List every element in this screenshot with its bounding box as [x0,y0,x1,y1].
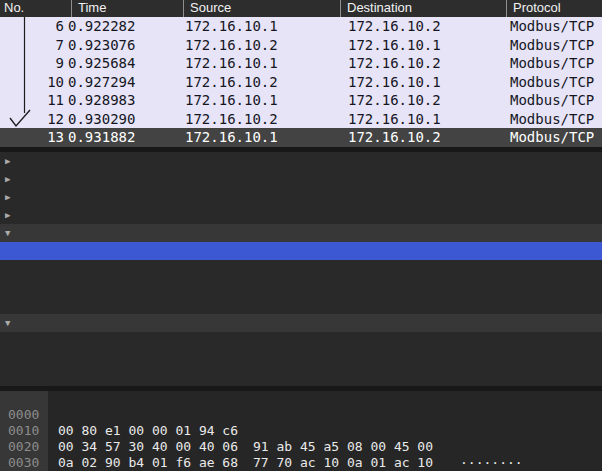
packet-rows: 6 0.922282 172.16.10.1 172.16.10.2 Modbu… [0,17,602,147]
detail-row-frame[interactable]: ▶ Frame 13: 66 bytes on wire (528 bits),… [0,152,602,170]
packet-time: 0.925684 [68,54,135,73]
column-header-source[interactable]: Source [183,0,231,17]
packet-list-pane: No. Time Source Destination Protocol 6 0… [0,0,602,147]
packet-row[interactable]: 9 0.925684 172.16.10.1 172.16.10.2 Modbu… [0,54,602,73]
expand-arrow-icon[interactable]: ▶ [5,206,21,224]
packet-no: 12 [0,110,64,129]
packet-destination: 172.16.10.2 [348,128,441,147]
packet-protocol: Modbus/TCP [510,128,594,147]
packet-destination: 172.16.10.2 [348,91,441,110]
detail-row-reference-number[interactable]: Reference Number: 4001 [0,350,602,368]
hex-row[interactable]: 0010 00 34 57 30 40 00 40 06 77 70 ac 10… [0,407,602,423]
packet-row[interactable]: 7 0.923076 172.16.10.2 172.16.10.1 Modbu… [0,36,602,55]
packet-row[interactable]: 6 0.922282 172.16.10.1 172.16.10.2 Modbu… [0,17,602,36]
packet-no: 7 [0,36,64,55]
detail-row-length[interactable]: Length: 6 [0,278,602,296]
packet-source: 172.16.10.2 [185,110,278,129]
packet-protocol: Modbus/TCP [510,73,594,92]
packet-source: 172.16.10.1 [185,91,278,110]
packet-protocol: Modbus/TCP [510,17,594,36]
column-header-protocol[interactable]: Protocol [506,0,561,17]
packet-time: 0.928983 [68,91,135,110]
packet-row-selected[interactable]: 13 0.931882 172.16.10.1 172.16.10.2 Modb… [0,128,602,147]
packet-no: 9 [0,54,64,73]
hex-row[interactable]: 0000 00 80 e1 00 00 01 94 c6 91 ab 45 a5… [0,391,602,407]
column-header-no[interactable]: No. [4,0,24,17]
detail-row-ip[interactable]: ▶ Internet Protocol Version 4, Src: 172.… [0,188,602,206]
detail-row-ethernet[interactable]: ▶ Ethernet II, Src: EliteGro_ab:45:a5 (9… [0,170,602,188]
packet-no: 10 [0,73,64,92]
expand-arrow-icon[interactable]: ▶ [5,152,21,170]
packet-protocol: Modbus/TCP [510,36,594,55]
packet-time: 0.930290 [68,110,135,129]
packet-source: 172.16.10.1 [185,17,278,36]
collapse-arrow-icon[interactable]: ▼ [5,314,21,332]
hex-row[interactable]: 0040 00 01 ·· [0,455,602,471]
packet-source: 172.16.10.1 [185,128,278,147]
detail-row-function-code[interactable]: .000 0110 = Function Code: Write Single … [0,332,602,350]
packet-protocol: Modbus/TCP [510,110,594,129]
packet-no: 13 [0,128,64,147]
packet-time: 0.923076 [68,36,135,55]
packet-time: 0.931882 [68,128,135,147]
detail-row-protocol-identifier[interactable]: Protocol Identifier: 0 [0,260,602,278]
packet-row[interactable]: 11 0.928983 172.16.10.1 172.16.10.2 Modb… [0,91,602,110]
packet-destination: 172.16.10.1 [348,110,441,129]
packet-source: 172.16.10.1 [185,54,278,73]
detail-row-data[interactable]: Data: 0001 [0,368,602,386]
packet-destination: 172.16.10.2 [348,54,441,73]
detail-row-modbus[interactable]: ▼ Modbus [0,314,602,332]
detail-row-unit-identifier[interactable]: Unit Identifier: 1 [0,296,602,314]
detail-row-tcp[interactable]: ▶ Transmission Control Protocol, Src Por… [0,206,602,224]
packet-protocol: Modbus/TCP [510,54,594,73]
packet-details-pane: ▶ Frame 13: 66 bytes on wire (528 bits),… [0,152,602,386]
expand-arrow-icon[interactable]: ▶ [5,188,21,206]
packet-list-header: No. Time Source Destination Protocol [0,0,602,17]
packet-destination: 172.16.10.1 [348,73,441,92]
expand-arrow-icon[interactable]: ▶ [5,170,21,188]
column-header-destination[interactable]: Destination [340,0,412,17]
packet-protocol: Modbus/TCP [510,91,594,110]
hex-row[interactable]: 0030 72 10 11 5f 00 00 00 04 00 00 00 06… [0,439,602,455]
packet-source: 172.16.10.2 [185,36,278,55]
packet-no: 11 [0,91,64,110]
packet-source: 172.16.10.2 [185,73,278,92]
detail-row-transaction-identifier-selected[interactable]: Transaction Identifier: 4 [0,242,602,260]
packet-time: 0.927294 [68,73,135,92]
packet-no: 6 [0,17,64,36]
wireshark-capture-window: { "colors": { "selection_blue": "#3c58d3… [0,0,602,471]
packet-destination: 172.16.10.1 [348,36,441,55]
packet-row[interactable]: 12 0.930290 172.16.10.2 172.16.10.1 Modb… [0,110,602,129]
hex-row[interactable]: 0020 0a 02 90 b4 01 f6 ae 68 1e c2 00 00… [0,423,602,439]
hex-dump-pane: 0000 00 80 e1 00 00 01 94 c6 91 ab 45 a5… [0,391,602,471]
packet-row[interactable]: 10 0.927294 172.16.10.2 172.16.10.1 Modb… [0,73,602,92]
collapse-arrow-icon[interactable]: ▼ [5,224,21,242]
column-header-time[interactable]: Time [71,0,106,17]
packet-time: 0.922282 [68,17,135,36]
detail-row-modbus-tcp[interactable]: ▼ Modbus/TCP [0,224,602,242]
packet-destination: 172.16.10.2 [348,17,441,36]
